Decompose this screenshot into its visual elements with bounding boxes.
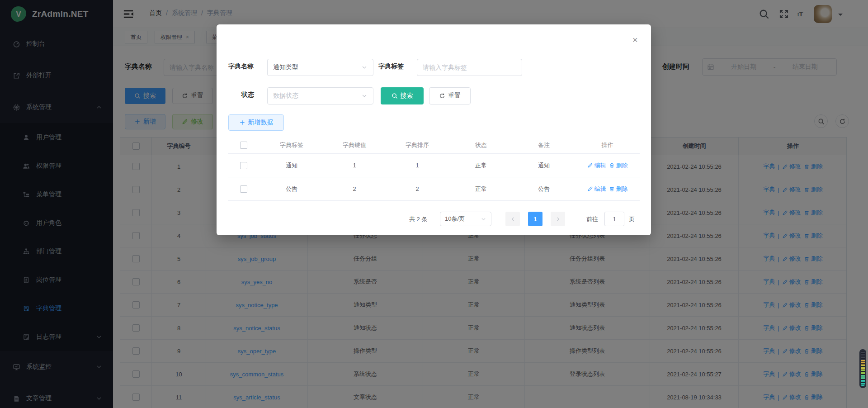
cell-dict-value: 2 (324, 185, 385, 192)
scrollbar-stripes (861, 351, 865, 386)
cell-status: 正常 (449, 185, 513, 193)
dict-data-table: 字典标签 字典键值 字典排序 状态 备注 操作 通知 1 1 正常 通知 编辑 (228, 137, 640, 201)
close-icon[interactable]: × (632, 35, 638, 44)
goto-label: 前往 (586, 215, 598, 223)
modal-reset-label: 重置 (448, 92, 461, 100)
modal-row-delete-link[interactable]: 删除 (609, 185, 628, 193)
page-size-select[interactable]: 10条/页 (440, 212, 491, 226)
pagination-total: 共 2 条 (409, 215, 427, 223)
column-header-actions: 操作 (575, 141, 640, 149)
modal-row-delete-link[interactable]: 删除 (609, 161, 628, 170)
plus-icon (239, 119, 245, 126)
cell-dict-sort: 2 (385, 185, 449, 192)
next-page-button[interactable] (551, 212, 565, 226)
column-header-remark: 备注 (513, 141, 575, 149)
modal-row-checkbox[interactable] (240, 162, 247, 169)
cell-dict-value: 1 (324, 162, 385, 169)
select-placeholder: 数据状态 (273, 92, 298, 100)
chevron-down-icon (361, 64, 368, 71)
search-icon (392, 93, 398, 99)
modal-dict-label-label: 字典标签 (378, 62, 404, 71)
modal-table-row: 通知 1 1 正常 通知 编辑 删除 (228, 154, 640, 177)
modal-row-edit-link[interactable]: 编辑 (587, 185, 606, 193)
modal-table-header-row: 字典标签 字典键值 字典排序 状态 备注 操作 (228, 137, 640, 154)
modal-select-all-checkbox[interactable] (240, 142, 247, 149)
cell-dict-label: 通知 (259, 161, 324, 170)
modal-row-checkbox[interactable] (240, 185, 247, 193)
chevron-left-icon (510, 216, 516, 222)
modal-add-data-button[interactable]: 新增数据 (228, 114, 284, 131)
modal-add-data-label: 新增数据 (248, 119, 274, 127)
modal-search-button[interactable]: 搜索 (381, 87, 424, 104)
modal-dict-label-input[interactable] (417, 59, 522, 76)
modal-pagination: 共 2 条 10条/页 1 前往 页 (217, 212, 651, 226)
selected-value: 通知类型 (273, 63, 298, 71)
cell-status: 正常 (449, 161, 513, 170)
current-page-button[interactable]: 1 (528, 212, 542, 226)
page-size-value: 10条/页 (445, 215, 465, 223)
cell-dict-label: 公告 (259, 185, 324, 193)
modal-reset-button[interactable]: 重置 (429, 87, 471, 104)
pencil-icon (587, 186, 593, 192)
chevron-right-icon (555, 216, 561, 222)
scrollbar-thumb[interactable] (859, 349, 866, 388)
cell-remark: 通知 (513, 161, 575, 170)
modal-status-label: 状态 (241, 91, 254, 99)
column-header-dict-sort: 字典排序 (385, 141, 449, 149)
trash-icon (609, 186, 615, 192)
column-header-dict-value: 字典键值 (324, 141, 385, 149)
dict-data-dialog: × 字典名称 通知类型 字典标签 状态 数据状态 搜索 重置 新增数据 字典标签… (217, 24, 651, 235)
page-unit-label: 页 (629, 215, 635, 223)
cell-dict-sort: 1 (385, 162, 449, 169)
modal-dict-name-label: 字典名称 (228, 62, 254, 71)
chevron-down-icon (361, 93, 368, 99)
column-header-dict-label: 字典标签 (259, 141, 324, 149)
modal-table-row: 公告 2 2 正常 公告 编辑 删除 (228, 177, 640, 201)
goto-page-input[interactable] (604, 212, 624, 226)
cell-remark: 公告 (513, 185, 575, 193)
refresh-icon (439, 93, 445, 99)
modal-status-select[interactable]: 数据状态 (267, 87, 373, 104)
modal-dict-name-select[interactable]: 通知类型 (267, 59, 373, 76)
prev-page-button[interactable] (505, 212, 520, 226)
modal-search-label: 搜索 (401, 92, 413, 100)
trash-icon (609, 162, 615, 168)
pencil-icon (587, 162, 593, 168)
chevron-down-icon (481, 216, 486, 222)
column-header-status: 状态 (449, 141, 513, 149)
modal-row-edit-link[interactable]: 编辑 (587, 161, 606, 170)
